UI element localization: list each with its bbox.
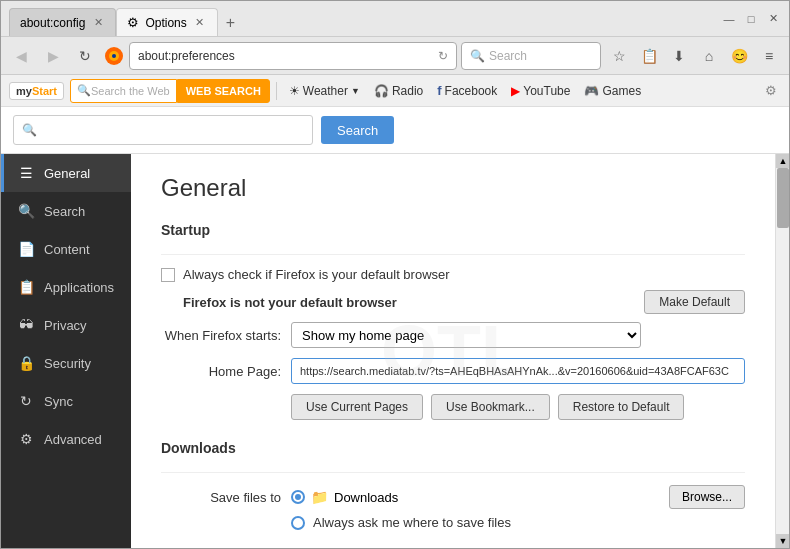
bm-youtube[interactable]: ▶ YouTube: [505, 82, 576, 100]
scroll-down-button[interactable]: ▼: [776, 534, 789, 548]
default-browser-check-row: Always check if Firefox is your default …: [161, 267, 745, 282]
sidebar-item-applications-label: Applications: [44, 280, 114, 295]
reload-small-icon: ↻: [438, 49, 448, 63]
sidebar-item-search[interactable]: 🔍 Search: [1, 192, 131, 230]
bookmarks-bar: myStart 🔍 Search the Web WEB SEARCH ☀ We…: [1, 75, 789, 107]
page-search-input[interactable]: [41, 123, 304, 138]
make-default-button[interactable]: Make Default: [644, 290, 745, 314]
default-browser-checkbox[interactable]: [161, 268, 175, 282]
always-ask-radio[interactable]: [291, 516, 305, 530]
sidebar-item-general[interactable]: ☰ General: [1, 154, 131, 192]
bm-facebook-label: Facebook: [445, 84, 498, 98]
sidebar-item-advanced-label: Advanced: [44, 432, 102, 447]
sidebar-item-content-label: Content: [44, 242, 90, 257]
tab-list: about:config ✕ ⚙ Options ✕ +: [9, 1, 721, 36]
sidebar-item-privacy[interactable]: 🕶 Privacy: [1, 306, 131, 344]
tab-options[interactable]: ⚙ Options ✕: [116, 8, 217, 36]
use-current-pages-button[interactable]: Use Current Pages: [291, 394, 423, 420]
content-pane: OTL General Startup Always check if Fire…: [131, 154, 775, 548]
sidebar-item-general-label: General: [44, 166, 90, 181]
bm-weather[interactable]: ☀ Weather ▼: [283, 82, 366, 100]
use-bookmark-button[interactable]: Use Bookmark...: [431, 394, 550, 420]
downloads-title: Downloads: [161, 440, 745, 460]
save-files-row: Save files to 📁 Downloads Browse...: [161, 485, 745, 509]
startup-section: Startup Always check if Firefox is your …: [161, 222, 745, 420]
mystart-search-placeholder: Search the Web: [91, 85, 170, 97]
weather-arrow-icon: ▼: [351, 86, 360, 96]
tab-about-config[interactable]: about:config ✕: [9, 8, 116, 36]
bm-games[interactable]: 🎮 Games: [578, 82, 647, 100]
search-bar[interactable]: 🔍 Search: [461, 42, 601, 70]
menu-icon[interactable]: ≡: [755, 42, 783, 70]
addressbar-icons: ↻: [438, 49, 448, 63]
downloads-divider: [161, 472, 745, 473]
back-button[interactable]: ◀: [7, 42, 35, 70]
browser-window: about:config ✕ ⚙ Options ✕ + — □ ✕ ◀ ▶ ↻: [0, 0, 790, 549]
mystart-logo: myStart: [9, 82, 64, 100]
folder-name: Downloads: [334, 490, 398, 505]
forward-button[interactable]: ▶: [39, 42, 67, 70]
pocket-icon[interactable]: 📋: [635, 42, 663, 70]
homepage-btn-row: Use Current Pages Use Bookmark... Restor…: [291, 394, 745, 420]
bm-facebook[interactable]: f Facebook: [431, 81, 503, 100]
when-starts-label: When Firefox starts:: [161, 328, 281, 343]
address-bar[interactable]: about:preferences ↻: [129, 42, 457, 70]
gear-icon: ⚙: [127, 15, 139, 30]
bm-games-label: Games: [602, 84, 641, 98]
mystart-search-input[interactable]: 🔍 Search the Web: [70, 79, 177, 103]
weather-sun-icon: ☀: [289, 84, 300, 98]
sidebar-item-security[interactable]: 🔒 Security: [1, 344, 131, 382]
page-search-wrap: 🔍: [13, 115, 313, 145]
save-files-radio[interactable]: [291, 490, 305, 504]
tab-about-config-close[interactable]: ✕: [91, 16, 105, 30]
firefox-logo: [103, 45, 125, 67]
homepage-row: Home Page:: [161, 358, 745, 384]
search-web-icon: 🔍: [77, 84, 91, 97]
sidebar-item-search-label: Search: [44, 204, 85, 219]
maximize-button[interactable]: □: [743, 11, 759, 27]
browse-button[interactable]: Browse...: [669, 485, 745, 509]
sidebar-item-sync-label: Sync: [44, 394, 73, 409]
mystart-text: my: [16, 85, 32, 97]
startup-title: Startup: [161, 222, 745, 242]
mystart-text2: Start: [32, 85, 57, 97]
homepage-input[interactable]: [291, 358, 745, 384]
page-search-button[interactable]: Search: [321, 116, 394, 144]
close-button[interactable]: ✕: [765, 11, 781, 27]
bm-youtube-label: YouTube: [523, 84, 570, 98]
starts-select[interactable]: Show my home page Show a blank page Show…: [291, 322, 641, 348]
nav-extra-buttons: ☆ 📋 ⬇ ⌂ 😊 ≡: [605, 42, 783, 70]
bm-weather-label: Weather: [303, 84, 348, 98]
scroll-thumb[interactable]: [777, 168, 789, 228]
search-icon: 🔍: [470, 49, 485, 63]
restore-to-default-button[interactable]: Restore to Default: [558, 394, 685, 420]
sidebar-item-sync[interactable]: ↻ Sync: [1, 382, 131, 420]
not-default-row: Firefox is not your default browser Make…: [161, 290, 745, 314]
default-browser-label: Always check if Firefox is your default …: [183, 267, 450, 282]
reload-button[interactable]: ↻: [71, 42, 99, 70]
profile-icon[interactable]: 😊: [725, 42, 753, 70]
bm-radio[interactable]: 🎧 Radio: [368, 82, 429, 100]
starts-select-wrap: Show my home page Show a blank page Show…: [291, 322, 641, 348]
new-tab-button[interactable]: +: [218, 10, 243, 36]
sidebar-item-applications[interactable]: 📋 Applications: [1, 268, 131, 306]
sidebar-item-advanced[interactable]: ⚙ Advanced: [1, 420, 131, 458]
mystart-search-button[interactable]: WEB SEARCH: [177, 79, 270, 103]
navbar: ◀ ▶ ↻ about:preferences ↻ 🔍 Search ☆ 📋 ⬇…: [1, 37, 789, 75]
sidebar-item-security-label: Security: [44, 356, 91, 371]
mystart-search-wrap: 🔍 Search the Web WEB SEARCH: [70, 79, 270, 103]
page-search-icon: 🔍: [22, 123, 37, 137]
scroll-up-button[interactable]: ▲: [776, 154, 789, 168]
homepage-label: Home Page:: [161, 364, 281, 379]
advanced-icon: ⚙: [18, 431, 34, 447]
svg-point-2: [112, 54, 116, 58]
sidebar-item-content[interactable]: 📄 Content: [1, 230, 131, 268]
bm-separator1: [276, 82, 277, 100]
tab-options-close[interactable]: ✕: [193, 16, 207, 30]
download-icon[interactable]: ⬇: [665, 42, 693, 70]
titlebar: about:config ✕ ⚙ Options ✕ + — □ ✕: [1, 1, 789, 37]
bookmark-icon[interactable]: ☆: [605, 42, 633, 70]
home-icon[interactable]: ⌂: [695, 42, 723, 70]
minimize-button[interactable]: —: [721, 11, 737, 27]
bm-settings-icon[interactable]: ⚙: [761, 81, 781, 101]
